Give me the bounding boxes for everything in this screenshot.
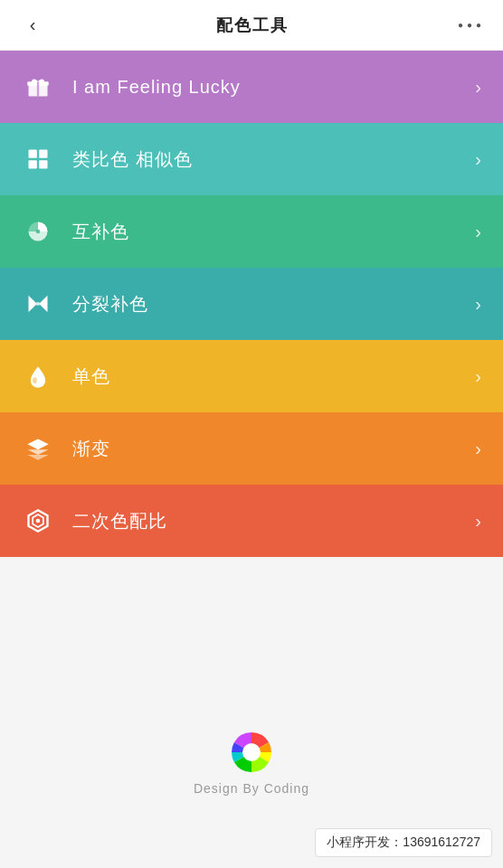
svg-rect-5 xyxy=(29,160,37,168)
color-wheel-icon xyxy=(230,731,273,774)
drop-icon xyxy=(22,360,54,392)
arrow-icon-gradient: › xyxy=(475,439,481,459)
menu-item-lucky[interactable]: I am Feeling Lucky › xyxy=(0,51,503,123)
menu-label-complementary: 互补色 xyxy=(72,220,475,244)
more-button[interactable]: ●●● xyxy=(458,20,485,30)
svg-rect-4 xyxy=(39,150,47,158)
page-title: 配色工具 xyxy=(216,14,289,36)
menu-item-monochrome[interactable]: 单色 › xyxy=(0,340,503,412)
menu-list: I am Feeling Lucky › 类比色 相似色 › 互补色 › xyxy=(0,51,503,557)
arrow-icon-monochrome: › xyxy=(475,366,481,387)
footer: Design By Coding xyxy=(0,731,503,796)
menu-label-monochrome: 单色 xyxy=(72,364,475,389)
menu-label-split: 分裂补色 xyxy=(72,292,475,316)
svg-rect-11 xyxy=(36,302,40,306)
menu-label-gradient: 渐变 xyxy=(72,437,475,461)
app-header: ‹ 配色工具 ●●● xyxy=(0,0,503,51)
back-button[interactable]: ‹ xyxy=(18,14,47,35)
menu-item-complementary[interactable]: 互补色 › xyxy=(0,195,503,268)
svg-marker-15 xyxy=(27,455,48,460)
bottom-badge: 小程序开发：13691612727 xyxy=(315,828,492,857)
gift-icon xyxy=(22,71,54,103)
arrow-icon-split: › xyxy=(475,294,481,315)
hexagon-icon xyxy=(22,505,54,537)
arrow-icon-secondary: › xyxy=(475,511,481,532)
menu-label-secondary: 二次色配比 xyxy=(72,509,475,533)
arrow-icon-analogous: › xyxy=(475,149,481,170)
svg-rect-2 xyxy=(37,81,39,96)
menu-label-lucky: I am Feeling Lucky xyxy=(72,77,475,98)
bowtie-icon xyxy=(22,288,54,320)
svg-rect-3 xyxy=(29,150,37,158)
svg-marker-13 xyxy=(27,439,48,450)
svg-point-21 xyxy=(242,743,261,761)
svg-point-12 xyxy=(33,377,37,383)
brand-text: Design By Coding xyxy=(194,781,309,796)
menu-item-split[interactable]: 分裂补色 › xyxy=(0,268,503,340)
pie-icon xyxy=(22,215,54,248)
svg-marker-9 xyxy=(29,296,37,313)
svg-point-8 xyxy=(36,230,41,234)
svg-marker-14 xyxy=(27,449,48,455)
badge-label: 小程序开发：13691612727 xyxy=(327,835,480,849)
menu-item-analogous[interactable]: 类比色 相似色 › xyxy=(0,123,503,195)
svg-marker-10 xyxy=(39,296,47,313)
svg-point-18 xyxy=(36,519,41,524)
menu-item-gradient[interactable]: 渐变 › xyxy=(0,412,503,485)
menu-label-analogous: 类比色 相似色 xyxy=(72,147,475,172)
grid-icon xyxy=(22,143,54,175)
arrow-icon-lucky: › xyxy=(475,77,481,98)
arrow-icon-complementary: › xyxy=(475,222,481,242)
layers-icon xyxy=(22,432,54,465)
menu-item-secondary[interactable]: 二次色配比 › xyxy=(0,485,503,557)
svg-rect-6 xyxy=(39,160,47,168)
